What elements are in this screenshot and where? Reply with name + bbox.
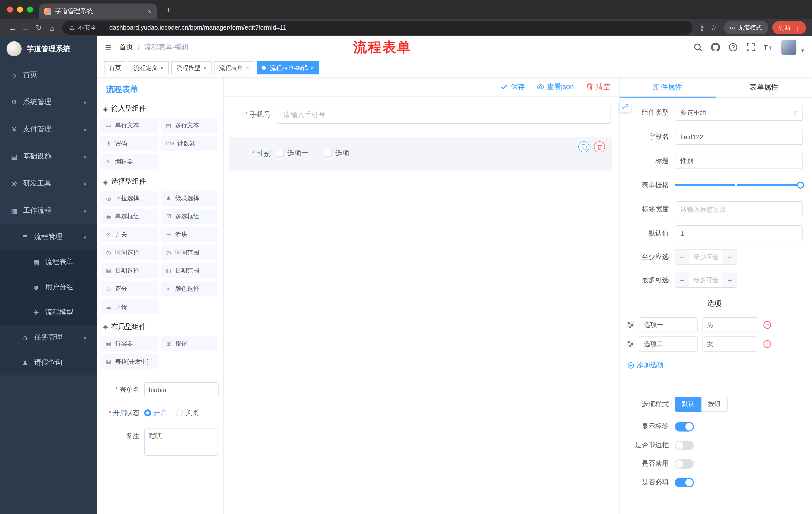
tab-form-props[interactable]: 表单属性 (716, 77, 812, 97)
field-name-input[interactable] (675, 129, 803, 145)
option-label-input[interactable] (639, 317, 698, 332)
comp-time-picker[interactable]: ◷时间选择 (101, 245, 158, 260)
comp-checkbox-group[interactable]: ☑多选框组 (161, 209, 218, 224)
comp-counter[interactable]: 123计数器 (161, 136, 218, 151)
sidebar-item-workflow[interactable]: ▦ 工作流程 ∧ (0, 197, 97, 224)
comp-select[interactable]: ◎下拉选择 (101, 191, 158, 206)
sidebar-item-user-group[interactable]: ☻ 用户分组 (0, 275, 97, 300)
tag-process-form-edit[interactable]: 流程表单-编辑 (257, 61, 319, 75)
comp-row-container[interactable]: ▣行容器 (101, 336, 158, 351)
sidebar-item-process-mgmt[interactable]: ≣ 流程管理 ∧ (0, 224, 97, 249)
browser-tab[interactable]: 芋道管理系统 (39, 3, 157, 19)
disabled-switch[interactable] (675, 459, 694, 468)
bookmark-star-icon[interactable] (710, 24, 717, 32)
option-value-input[interactable] (702, 317, 758, 332)
checkbox-option-1[interactable]: 选项一 (277, 149, 309, 158)
min-select-input[interactable] (689, 250, 723, 264)
default-style-button[interactable]: 默认 (675, 397, 701, 412)
form-name-input[interactable] (144, 382, 219, 397)
tag-process-definition[interactable]: 流程定义 (128, 61, 169, 75)
home-button[interactable] (45, 23, 58, 32)
checkbox-option-2[interactable]: 选项二 (325, 149, 356, 158)
user-avatar[interactable] (782, 39, 797, 55)
sidebar-item-process-form[interactable]: ▤ 流程表单 (0, 249, 97, 275)
sidebar-item-task-mgmt[interactable]: ⋔ 任务管理 ∨ (0, 325, 97, 350)
breadcrumb-home[interactable]: 首页 (119, 43, 134, 52)
tag-home[interactable]: 首页 (104, 61, 126, 75)
close-tab-icon[interactable] (311, 64, 314, 72)
decrease-button[interactable]: − (675, 250, 689, 264)
option-value-input[interactable] (702, 336, 758, 352)
fullscreen-icon[interactable] (747, 43, 755, 52)
default-value-input[interactable] (675, 225, 803, 241)
increase-button[interactable]: + (723, 250, 736, 264)
copy-field-button[interactable] (578, 141, 589, 153)
comp-rate[interactable]: ☆评分 (101, 281, 158, 296)
reload-button[interactable] (32, 23, 45, 32)
remove-option-button[interactable] (763, 340, 771, 348)
comp-password[interactable]: ⚷密码 (101, 136, 158, 151)
tag-process-model[interactable]: 流程模型 (171, 61, 211, 75)
sidebar-item-leave-query[interactable]: ♟ 请假查询 (0, 350, 97, 375)
comp-date-range[interactable]: ▥日期范围 (161, 263, 218, 278)
button-style-button[interactable]: 按钮 (701, 397, 728, 412)
border-switch[interactable] (675, 440, 694, 450)
label-width-input[interactable] (675, 201, 803, 217)
increase-button[interactable]: + (723, 273, 736, 287)
save-button[interactable]: 保存 (501, 82, 525, 91)
comp-multi-line-text[interactable]: ▤多行文本 (161, 118, 218, 133)
required-switch[interactable] (675, 478, 694, 487)
close-tab-icon[interactable] (246, 64, 249, 72)
comp-date-picker[interactable]: ▦日期选择 (101, 263, 158, 278)
component-type-select[interactable]: 多选框组 (675, 105, 803, 121)
show-label-switch[interactable] (675, 422, 694, 431)
comp-time-range[interactable]: ◴时间范围 (161, 245, 218, 260)
help-icon[interactable] (729, 43, 738, 52)
browser-update-button[interactable]: 更新 (772, 21, 806, 34)
sidebar-item-system-mgmt[interactable]: ⚙ 系统管理 ∨ (0, 88, 97, 116)
window-close-button[interactable] (7, 6, 13, 12)
max-select-input[interactable] (689, 273, 723, 287)
status-off-radio[interactable]: 关闭 (176, 405, 199, 421)
delete-field-button[interactable] (594, 141, 605, 153)
sidebar-toggle-button[interactable] (105, 42, 111, 52)
comp-table[interactable]: ▦表格[开发中] (101, 354, 158, 369)
title-input[interactable] (675, 153, 803, 169)
comp-switch[interactable]: ⊙开关 (101, 227, 158, 242)
phone-field-row[interactable]: 手机号 (229, 106, 612, 124)
window-zoom-button[interactable] (27, 6, 33, 12)
comp-color-picker[interactable]: ◐颜色选择 (161, 281, 218, 296)
form-grid-slider[interactable] (675, 177, 803, 193)
sidebar-item-dev-tools[interactable]: ⚒ 研发工具 ∨ (0, 170, 97, 197)
gender-field-block[interactable]: 性别 选项一 选项二 (229, 137, 612, 171)
sidebar-item-payment-mgmt[interactable]: ¥ 支付管理 ∨ (0, 116, 97, 143)
status-on-radio[interactable]: 开启 (144, 405, 167, 421)
decrease-button[interactable]: − (675, 273, 689, 287)
close-tab-icon[interactable] (203, 64, 206, 72)
tag-process-form[interactable]: 流程表单 (214, 61, 254, 75)
tab-close-icon[interactable] (148, 7, 152, 15)
sidebar-item-infrastructure[interactable]: ▤ 基础设施 ∨ (0, 143, 97, 170)
comp-button[interactable]: ⊞按钮 (161, 336, 218, 351)
comp-slider[interactable]: ⊸滑块 (161, 227, 218, 242)
sidebar-item-process-model[interactable]: ✈ 流程模型 (0, 300, 97, 325)
avatar-dropdown-caret[interactable] (801, 47, 804, 55)
clear-button[interactable]: 清空 (586, 82, 610, 91)
comp-upload[interactable]: ☁上传 (101, 299, 158, 314)
comp-editor[interactable]: ✎编辑器 (101, 154, 158, 169)
tab-component-props[interactable]: 组件属性 (619, 77, 716, 97)
comp-radio-group[interactable]: ◉单选框组 (101, 209, 158, 224)
drag-handle-icon[interactable] (627, 321, 635, 329)
phone-input[interactable] (277, 106, 611, 124)
close-tab-icon[interactable] (160, 64, 164, 72)
browser-menu-icon[interactable] (795, 24, 801, 31)
sidebar-item-home[interactable]: ⌂ 首页 (0, 61, 97, 88)
window-minimize-button[interactable] (17, 6, 23, 12)
comp-single-line-text[interactable]: ▭单行文本 (101, 118, 158, 133)
address-bar[interactable]: 不安全 | dashboard.yudao.iocoder.cn/bpm/man… (62, 21, 692, 35)
add-option-button[interactable]: 添加选项 (628, 360, 664, 370)
form-remark-textarea[interactable]: 嘿嘿 (144, 429, 218, 456)
drag-handle-icon[interactable] (627, 340, 635, 348)
back-button[interactable] (6, 23, 19, 32)
search-icon[interactable] (694, 43, 703, 52)
